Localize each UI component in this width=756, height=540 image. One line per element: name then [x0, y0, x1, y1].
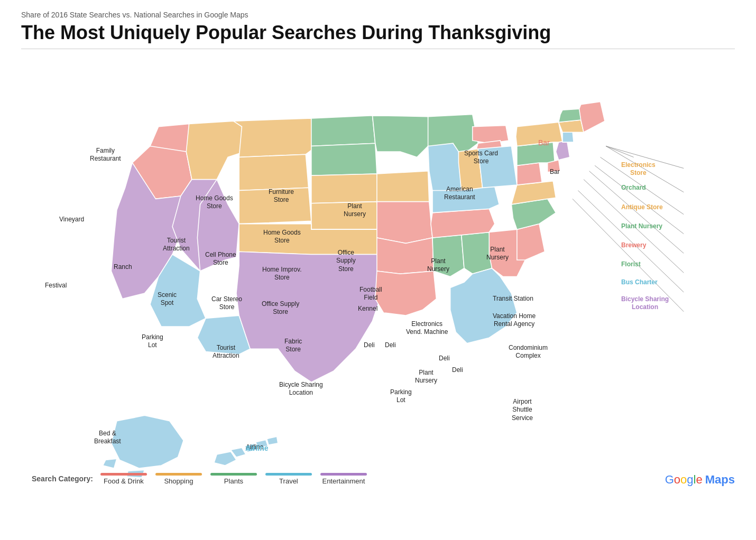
legend-row: Search Category: Food & Drink Shopping P…: [32, 473, 367, 485]
label-bed-breakfast: Bed &Breakfast: [94, 430, 121, 446]
legend-label-entertainment: Entertainment: [322, 477, 365, 485]
label-scenic-spot: ScenicSpot: [158, 291, 177, 308]
legend-bar-travel: [265, 473, 312, 476]
legend-label-plants: Plants: [224, 477, 243, 485]
label-condo: CondominiumComplex: [509, 344, 548, 360]
legend-label-travel: Travel: [279, 477, 298, 485]
label-home-goods-s: Home GoodsStore: [263, 229, 301, 245]
label-airline: Airline: [246, 443, 263, 452]
google-g: G: [665, 473, 674, 486]
label-american-restaurant: AmericanRestaurant: [444, 185, 475, 202]
map-container: FamilyRestaurant Vineyard Festival Ranch…: [21, 54, 735, 493]
legend-title: Search Category:: [32, 474, 93, 483]
label-fabric: FabricStore: [284, 338, 302, 354]
label-deli-ga: Deli: [439, 355, 450, 363]
label-kennel: Kennel: [358, 305, 377, 313]
label-electronics-vend: ElectronicsVend. Machine: [406, 320, 448, 337]
label-deli-nc: Deli: [452, 366, 463, 375]
label-vacation-home: Vacation HomeRental Agency: [493, 312, 536, 329]
google-o2: o: [680, 473, 687, 486]
label-bicycle-sharing-tx: Bicycle SharingLocation: [279, 381, 323, 397]
legend-travel: Travel: [265, 473, 312, 485]
google-maps-logo: GoogleMaps: [665, 473, 735, 487]
label-family-restaurant: FamilyRestaurant: [90, 147, 121, 163]
label-parking-lot-fl: ParkingLot: [390, 388, 412, 405]
google-e: e: [696, 473, 703, 486]
label-florist-legend: Florist: [621, 260, 641, 269]
legend-label-shopping: Shopping: [164, 477, 193, 485]
google-g2: g: [687, 473, 693, 486]
label-deli-al: Deli: [385, 341, 396, 350]
label-furniture: FurnitureStore: [269, 188, 294, 204]
label-tourist-attraction-n: TouristAttraction: [163, 237, 190, 253]
label-home-improv: Home Improv.Store: [262, 266, 301, 282]
label-bus-charter-legend: Bus Charter: [621, 278, 658, 287]
label-plant-nursery-va: PlantNursery: [486, 246, 509, 262]
label-brewery-legend: Brewery: [621, 241, 646, 250]
label-airport-shuttle: AirportShuttleService: [512, 398, 533, 423]
legend-entertainment: Entertainment: [320, 473, 367, 485]
legend-shopping: Shopping: [155, 473, 202, 485]
label-festival: Festival: [45, 282, 67, 290]
label-home-goods-n: Home GoodsStore: [196, 194, 233, 211]
main-title: The Most Uniquely Popular Searches Durin…: [21, 22, 735, 43]
label-transit-station: Transit Station: [493, 295, 533, 303]
label-cell-phone: Cell PhoneStore: [205, 251, 236, 267]
legend-bar-entertainment: [320, 473, 367, 476]
legend-plants: Plants: [210, 473, 257, 485]
label-plant-nursery-sc: PlantNursery: [415, 369, 437, 385]
label-tourist-attraction-s: TouristAttraction: [213, 344, 239, 360]
google-o1: o: [674, 473, 680, 486]
label-vineyard: Vineyard: [59, 216, 84, 224]
legend-label-food: Food & Drink: [104, 477, 144, 485]
label-bicycle-sharing-legend: Bicycle SharingLocation: [621, 295, 669, 312]
label-ranch: Ranch: [114, 263, 132, 272]
label-plant-nursery-legend: Plant Nursery: [621, 222, 662, 231]
label-plant-nursery-ind: PlantNursery: [427, 257, 449, 274]
label-sports-card: Sports CardStore: [464, 150, 498, 166]
label-office-supply-n: OfficeSupplyStore: [336, 249, 356, 274]
page-container: Share of 2016 State Searches vs. Nationa…: [0, 0, 756, 540]
label-airline-colored: Airline: [245, 443, 269, 453]
legend-bar-plants: [210, 473, 257, 476]
subtitle: Share of 2016 State Searches vs. Nationa…: [21, 11, 735, 19]
label-bar-me: Bar: [538, 138, 550, 147]
google-maps-text: Maps: [705, 473, 735, 486]
legend-bar-shopping: [155, 473, 202, 476]
label-electronics-store-legend: ElectronicsStore: [621, 161, 656, 178]
legend-food-drink: Food & Drink: [100, 473, 147, 485]
label-football-field: FootballField: [359, 286, 382, 302]
label-office-supply-s: Office SupplyStore: [262, 300, 299, 316]
label-bar-nh: Bar: [550, 168, 560, 176]
title-divider: [21, 49, 735, 49]
label-deli-ms: Deli: [364, 341, 375, 350]
label-orchard-legend: Orchard: [621, 184, 646, 192]
legend-bar-food: [100, 473, 147, 476]
label-parking-lot-west: ParkingLot: [142, 333, 163, 350]
label-antique-legend: Antique Store: [621, 203, 663, 212]
label-plant-nursery-mn: PlantNursery: [344, 202, 366, 219]
label-car-stereo: Car StereoStore: [211, 295, 242, 312]
